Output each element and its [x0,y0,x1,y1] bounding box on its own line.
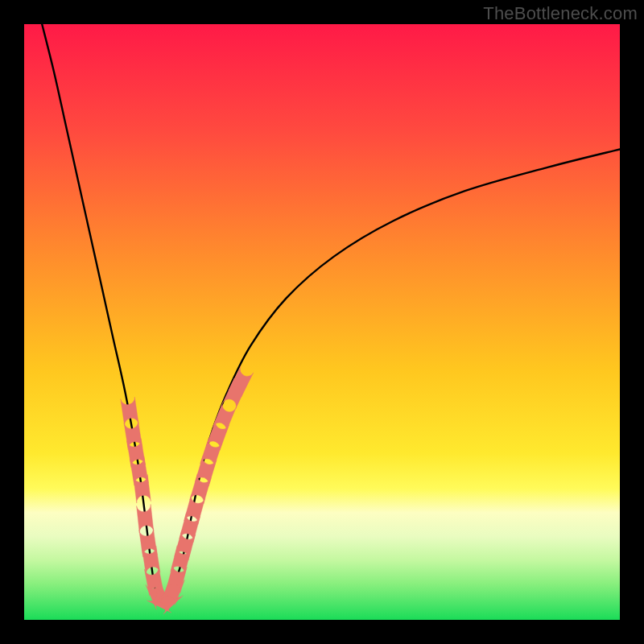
curve-layer [24,24,620,620]
chart-frame: TheBottleneck.com [0,0,644,644]
bottleneck-curve [42,24,620,604]
curve-marker [121,397,138,426]
curve-markers [121,366,254,614]
plot-area [24,24,620,620]
watermark-text: TheBottleneck.com [483,3,638,24]
